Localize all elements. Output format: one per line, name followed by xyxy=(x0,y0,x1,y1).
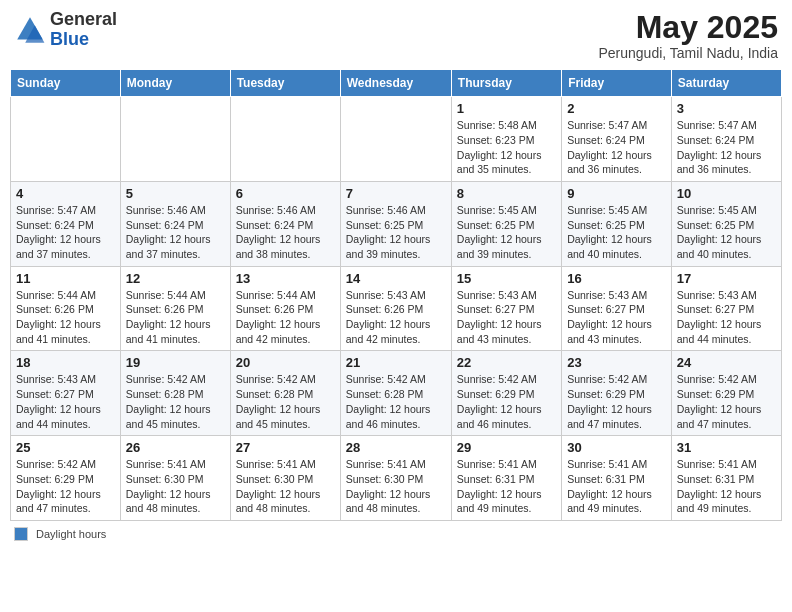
calendar-table: SundayMondayTuesdayWednesdayThursdayFrid… xyxy=(10,69,782,521)
footer-label: Daylight hours xyxy=(36,528,106,540)
day-detail: Sunrise: 5:45 AM Sunset: 6:25 PM Dayligh… xyxy=(567,203,666,262)
weekday-header-tuesday: Tuesday xyxy=(230,70,340,97)
logo: General Blue xyxy=(14,10,117,50)
calendar-cell: 4Sunrise: 5:47 AM Sunset: 6:24 PM Daylig… xyxy=(11,181,121,266)
calendar-cell: 8Sunrise: 5:45 AM Sunset: 6:25 PM Daylig… xyxy=(451,181,561,266)
day-detail: Sunrise: 5:41 AM Sunset: 6:30 PM Dayligh… xyxy=(236,457,335,516)
day-number: 11 xyxy=(16,271,115,286)
month-title: May 2025 xyxy=(598,10,778,45)
day-detail: Sunrise: 5:42 AM Sunset: 6:29 PM Dayligh… xyxy=(677,372,776,431)
day-detail: Sunrise: 5:45 AM Sunset: 6:25 PM Dayligh… xyxy=(677,203,776,262)
day-detail: Sunrise: 5:44 AM Sunset: 6:26 PM Dayligh… xyxy=(236,288,335,347)
calendar-cell: 31Sunrise: 5:41 AM Sunset: 6:31 PM Dayli… xyxy=(671,436,781,521)
day-number: 22 xyxy=(457,355,556,370)
calendar-cell: 15Sunrise: 5:43 AM Sunset: 6:27 PM Dayli… xyxy=(451,266,561,351)
calendar-cell: 27Sunrise: 5:41 AM Sunset: 6:30 PM Dayli… xyxy=(230,436,340,521)
calendar-cell: 14Sunrise: 5:43 AM Sunset: 6:26 PM Dayli… xyxy=(340,266,451,351)
day-detail: Sunrise: 5:45 AM Sunset: 6:25 PM Dayligh… xyxy=(457,203,556,262)
day-number: 3 xyxy=(677,101,776,116)
day-number: 21 xyxy=(346,355,446,370)
day-number: 9 xyxy=(567,186,666,201)
day-number: 12 xyxy=(126,271,225,286)
calendar-cell: 12Sunrise: 5:44 AM Sunset: 6:26 PM Dayli… xyxy=(120,266,230,351)
calendar-cell: 7Sunrise: 5:46 AM Sunset: 6:25 PM Daylig… xyxy=(340,181,451,266)
calendar-cell: 10Sunrise: 5:45 AM Sunset: 6:25 PM Dayli… xyxy=(671,181,781,266)
day-detail: Sunrise: 5:47 AM Sunset: 6:24 PM Dayligh… xyxy=(567,118,666,177)
calendar-cell xyxy=(230,97,340,182)
day-detail: Sunrise: 5:43 AM Sunset: 6:27 PM Dayligh… xyxy=(567,288,666,347)
calendar-cell xyxy=(340,97,451,182)
calendar-cell: 29Sunrise: 5:41 AM Sunset: 6:31 PM Dayli… xyxy=(451,436,561,521)
day-detail: Sunrise: 5:46 AM Sunset: 6:25 PM Dayligh… xyxy=(346,203,446,262)
page-header: General Blue May 2025 Perungudi, Tamil N… xyxy=(10,10,782,61)
day-number: 4 xyxy=(16,186,115,201)
calendar-cell: 25Sunrise: 5:42 AM Sunset: 6:29 PM Dayli… xyxy=(11,436,121,521)
calendar-cell xyxy=(120,97,230,182)
footer-legend-box xyxy=(14,527,28,541)
day-detail: Sunrise: 5:46 AM Sunset: 6:24 PM Dayligh… xyxy=(236,203,335,262)
day-number: 6 xyxy=(236,186,335,201)
calendar-cell: 3Sunrise: 5:47 AM Sunset: 6:24 PM Daylig… xyxy=(671,97,781,182)
logo-blue: Blue xyxy=(50,30,117,50)
weekday-header-monday: Monday xyxy=(120,70,230,97)
calendar-cell: 28Sunrise: 5:41 AM Sunset: 6:30 PM Dayli… xyxy=(340,436,451,521)
day-detail: Sunrise: 5:41 AM Sunset: 6:30 PM Dayligh… xyxy=(126,457,225,516)
calendar-cell: 9Sunrise: 5:45 AM Sunset: 6:25 PM Daylig… xyxy=(562,181,672,266)
day-detail: Sunrise: 5:47 AM Sunset: 6:24 PM Dayligh… xyxy=(16,203,115,262)
day-number: 16 xyxy=(567,271,666,286)
day-number: 26 xyxy=(126,440,225,455)
day-detail: Sunrise: 5:42 AM Sunset: 6:28 PM Dayligh… xyxy=(126,372,225,431)
day-detail: Sunrise: 5:43 AM Sunset: 6:27 PM Dayligh… xyxy=(457,288,556,347)
weekday-header-sunday: Sunday xyxy=(11,70,121,97)
calendar-cell: 13Sunrise: 5:44 AM Sunset: 6:26 PM Dayli… xyxy=(230,266,340,351)
calendar-week-row: 4Sunrise: 5:47 AM Sunset: 6:24 PM Daylig… xyxy=(11,181,782,266)
day-number: 15 xyxy=(457,271,556,286)
day-detail: Sunrise: 5:41 AM Sunset: 6:31 PM Dayligh… xyxy=(457,457,556,516)
day-number: 18 xyxy=(16,355,115,370)
calendar-cell: 17Sunrise: 5:43 AM Sunset: 6:27 PM Dayli… xyxy=(671,266,781,351)
calendar-cell: 11Sunrise: 5:44 AM Sunset: 6:26 PM Dayli… xyxy=(11,266,121,351)
day-number: 23 xyxy=(567,355,666,370)
day-detail: Sunrise: 5:44 AM Sunset: 6:26 PM Dayligh… xyxy=(16,288,115,347)
day-detail: Sunrise: 5:46 AM Sunset: 6:24 PM Dayligh… xyxy=(126,203,225,262)
day-detail: Sunrise: 5:42 AM Sunset: 6:29 PM Dayligh… xyxy=(567,372,666,431)
weekday-header-row: SundayMondayTuesdayWednesdayThursdayFrid… xyxy=(11,70,782,97)
day-detail: Sunrise: 5:41 AM Sunset: 6:31 PM Dayligh… xyxy=(567,457,666,516)
calendar-cell: 2Sunrise: 5:47 AM Sunset: 6:24 PM Daylig… xyxy=(562,97,672,182)
day-number: 14 xyxy=(346,271,446,286)
day-number: 27 xyxy=(236,440,335,455)
day-number: 19 xyxy=(126,355,225,370)
footer: Daylight hours xyxy=(10,527,782,541)
day-number: 2 xyxy=(567,101,666,116)
calendar-week-row: 25Sunrise: 5:42 AM Sunset: 6:29 PM Dayli… xyxy=(11,436,782,521)
calendar-cell: 16Sunrise: 5:43 AM Sunset: 6:27 PM Dayli… xyxy=(562,266,672,351)
calendar-cell: 24Sunrise: 5:42 AM Sunset: 6:29 PM Dayli… xyxy=(671,351,781,436)
day-number: 28 xyxy=(346,440,446,455)
day-number: 30 xyxy=(567,440,666,455)
day-number: 31 xyxy=(677,440,776,455)
calendar-cell: 6Sunrise: 5:46 AM Sunset: 6:24 PM Daylig… xyxy=(230,181,340,266)
day-detail: Sunrise: 5:44 AM Sunset: 6:26 PM Dayligh… xyxy=(126,288,225,347)
calendar-cell: 18Sunrise: 5:43 AM Sunset: 6:27 PM Dayli… xyxy=(11,351,121,436)
calendar-cell: 23Sunrise: 5:42 AM Sunset: 6:29 PM Dayli… xyxy=(562,351,672,436)
weekday-header-thursday: Thursday xyxy=(451,70,561,97)
day-number: 13 xyxy=(236,271,335,286)
location: Perungudi, Tamil Nadu, India xyxy=(598,45,778,61)
calendar-week-row: 18Sunrise: 5:43 AM Sunset: 6:27 PM Dayli… xyxy=(11,351,782,436)
day-detail: Sunrise: 5:42 AM Sunset: 6:29 PM Dayligh… xyxy=(16,457,115,516)
day-detail: Sunrise: 5:42 AM Sunset: 6:28 PM Dayligh… xyxy=(346,372,446,431)
calendar-cell: 1Sunrise: 5:48 AM Sunset: 6:23 PM Daylig… xyxy=(451,97,561,182)
calendar-week-row: 1Sunrise: 5:48 AM Sunset: 6:23 PM Daylig… xyxy=(11,97,782,182)
day-detail: Sunrise: 5:43 AM Sunset: 6:26 PM Dayligh… xyxy=(346,288,446,347)
day-detail: Sunrise: 5:42 AM Sunset: 6:28 PM Dayligh… xyxy=(236,372,335,431)
day-detail: Sunrise: 5:41 AM Sunset: 6:31 PM Dayligh… xyxy=(677,457,776,516)
calendar-cell: 22Sunrise: 5:42 AM Sunset: 6:29 PM Dayli… xyxy=(451,351,561,436)
calendar-cell: 19Sunrise: 5:42 AM Sunset: 6:28 PM Dayli… xyxy=(120,351,230,436)
weekday-header-saturday: Saturday xyxy=(671,70,781,97)
day-number: 29 xyxy=(457,440,556,455)
day-number: 20 xyxy=(236,355,335,370)
day-number: 17 xyxy=(677,271,776,286)
day-number: 24 xyxy=(677,355,776,370)
day-number: 25 xyxy=(16,440,115,455)
day-detail: Sunrise: 5:47 AM Sunset: 6:24 PM Dayligh… xyxy=(677,118,776,177)
